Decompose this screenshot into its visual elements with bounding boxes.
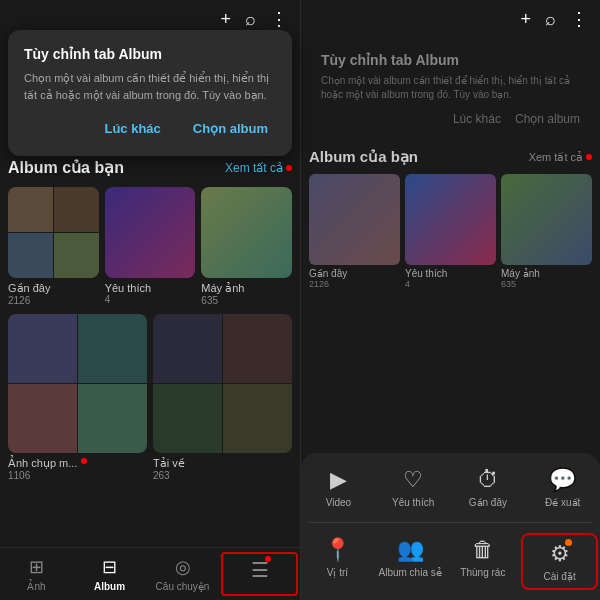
trash-label: Thùng rác <box>460 567 505 578</box>
menu-item-location[interactable]: 📍 Vị trí <box>301 529 374 594</box>
right-thumb-favorites <box>405 174 496 265</box>
menu-row-2: 📍 Vị trí 👥 Album chia sẻ 🗑 Thùng rác ⚙ C… <box>301 523 600 600</box>
location-label: Vị trí <box>327 567 348 578</box>
right-panel: + ⌕ ⋮ Tùy chỉnh tab Album Chọn một vài a… <box>300 0 600 600</box>
album-icon: ⊟ <box>102 556 117 578</box>
album-row-2: Ảnh chụp m... 1106 Tải về 263 <box>8 314 292 481</box>
bottom-tabs: ⊞ Ảnh ⊟ Album ◎ Câu chuyện ☰ <box>0 547 300 600</box>
right-bottom-menu: ▶ Video ♡ Yêu thích ⏱ Gần đây 💬 Đề xuất … <box>301 453 600 600</box>
right-name-recent: Gần đây <box>309 268 400 279</box>
right-album-favorites[interactable]: Yêu thích 4 <box>405 174 496 289</box>
album-thumb-favorites <box>105 187 196 278</box>
favorites-label: Yêu thích <box>392 497 434 508</box>
tab-stories[interactable]: ◎ Câu chuyện <box>146 548 219 600</box>
right-name-camera: Máy ảnh <box>501 268 592 279</box>
add-icon[interactable]: + <box>220 9 231 30</box>
video-icon: ▶ <box>330 467 347 493</box>
tab-menu[interactable]: ☰ <box>221 552 298 596</box>
right-add-icon[interactable]: + <box>520 9 531 30</box>
suggest-icon: 💬 <box>549 467 576 493</box>
album-name-favorites: Yêu thích <box>105 282 196 294</box>
shared-icon: 👥 <box>397 537 424 563</box>
album-name-recent: Gần đây <box>8 282 99 295</box>
more-icon[interactable]: ⋮ <box>270 8 288 30</box>
right-count-camera: 635 <box>501 279 592 289</box>
album-item-recent[interactable]: Gần đây 2126 <box>8 187 99 306</box>
album-thumb-screenshots <box>8 314 147 453</box>
menu-item-recent[interactable]: ⏱ Gần đây <box>451 459 526 516</box>
album-count-downloads: 263 <box>153 470 292 481</box>
right-more-icon[interactable]: ⋮ <box>570 8 588 30</box>
stories-icon: ◎ <box>175 556 191 578</box>
menu-item-favorites[interactable]: ♡ Yêu thích <box>376 459 451 516</box>
heart-icon: ♡ <box>403 467 423 493</box>
album-dialog: Tùy chỉnh tab Album Chọn một vài album c… <box>8 30 292 156</box>
tab-photos-label: Ảnh <box>27 581 45 592</box>
menu-item-video[interactable]: ▶ Video <box>301 459 376 516</box>
screenshots-dot <box>81 458 87 464</box>
album-count-screenshots: 1106 <box>8 470 147 481</box>
album-grid: Gần đây 2126 Yêu thích 4 Máy ảnh 635 <box>8 187 292 306</box>
album-header: Album của bạn Xem tất cả <box>8 158 292 177</box>
album-item-camera[interactable]: Máy ảnh 635 <box>201 187 292 306</box>
shared-label: Album chia sẻ <box>379 567 442 578</box>
photos-icon: ⊞ <box>29 556 44 578</box>
menu-item-settings[interactable]: ⚙ Cài đặt <box>521 533 598 590</box>
right-view-all-dot <box>586 154 592 160</box>
album-name-screenshots: Ảnh chụp m... <box>8 457 77 470</box>
view-all-dot <box>286 165 292 171</box>
trash-icon: 🗑 <box>472 537 494 563</box>
menu-icon: ☰ <box>251 559 269 581</box>
recent-label: Gần đây <box>469 497 507 508</box>
right-album-title: Album của bạn <box>309 148 418 166</box>
right-dialog-text: Chọn một vài album cần thiết để hiển thị… <box>321 74 580 102</box>
clock-icon: ⏱ <box>477 467 499 493</box>
right-album-header: Album của bạn Xem tất cả <box>309 148 592 166</box>
choose-album-button[interactable]: Chọn album <box>185 117 276 140</box>
dialog-buttons: Lúc khác Chọn album <box>24 117 276 140</box>
album-item-downloads[interactable]: Tải về 263 <box>153 314 292 481</box>
tab-album[interactable]: ⊟ Album <box>73 548 146 600</box>
album-count-favorites: 4 <box>105 294 196 305</box>
right-dialog-title: Tùy chỉnh tab Album <box>321 52 580 68</box>
right-album-section: Album của bạn Xem tất cả Gần đây 2126 Yê… <box>301 148 600 289</box>
album-item-favorites[interactable]: Yêu thích 4 <box>105 187 196 306</box>
later-button[interactable]: Lúc khác <box>96 117 168 140</box>
right-count-recent: 2126 <box>309 279 400 289</box>
dialog-title: Tùy chỉnh tab Album <box>24 46 276 62</box>
right-search-icon[interactable]: ⌕ <box>545 9 556 30</box>
album-name-downloads: Tải về <box>153 457 292 470</box>
right-view-all: Xem tất cả <box>529 151 592 164</box>
tab-photos[interactable]: ⊞ Ảnh <box>0 548 73 600</box>
settings-label: Cài đặt <box>544 571 576 582</box>
location-icon: 📍 <box>324 537 351 563</box>
right-header: + ⌕ ⋮ <box>301 0 600 38</box>
menu-item-suggested[interactable]: 💬 Đề xuất <box>525 459 600 516</box>
right-thumb-recent <box>309 174 400 265</box>
menu-icon-container: ☰ <box>251 558 269 582</box>
right-choose-btn: Chọn album <box>515 112 580 126</box>
right-dialog: Tùy chỉnh tab Album Chọn một vài album c… <box>309 42 592 136</box>
album-section: Album của bạn Xem tất cả Gần đây 212 <box>0 158 300 481</box>
album-item-screenshots[interactable]: Ảnh chụp m... 1106 <box>8 314 147 481</box>
right-album-camera[interactable]: Máy ảnh 635 <box>501 174 592 289</box>
album-count-camera: 635 <box>201 295 292 306</box>
album-thumb-downloads <box>153 314 292 453</box>
gear-dot <box>565 539 572 546</box>
search-icon[interactable]: ⌕ <box>245 9 256 30</box>
right-later-btn: Lúc khác <box>453 112 501 126</box>
menu-dot <box>265 556 271 562</box>
right-name-favorites: Yêu thích <box>405 268 496 279</box>
menu-item-trash[interactable]: 🗑 Thùng rác <box>447 529 520 594</box>
right-dialog-buttons: Lúc khác Chọn album <box>321 112 580 126</box>
tab-stories-label: Câu chuyện <box>156 581 210 592</box>
tab-album-label: Album <box>94 581 125 592</box>
right-count-favorites: 4 <box>405 279 496 289</box>
dialog-text: Chọn một vài album cần thiết để hiển thị… <box>24 70 276 103</box>
view-all-link[interactable]: Xem tất cả <box>225 161 292 175</box>
menu-row-1: ▶ Video ♡ Yêu thích ⏱ Gần đây 💬 Đề xuất <box>301 453 600 522</box>
album-name-camera: Máy ảnh <box>201 282 292 295</box>
right-album-recent[interactable]: Gần đây 2126 <box>309 174 400 289</box>
right-thumb-camera <box>501 174 592 265</box>
menu-item-shared-albums[interactable]: 👥 Album chia sẻ <box>374 529 447 594</box>
